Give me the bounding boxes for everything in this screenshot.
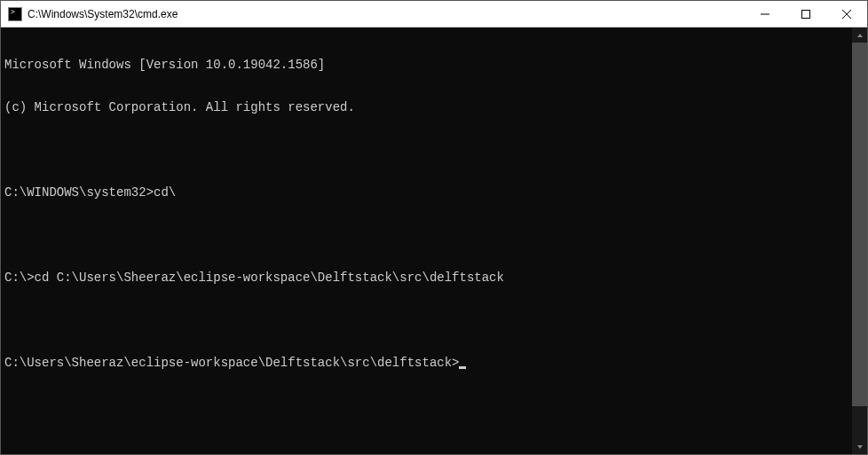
scroll-thumb[interactable] [852, 43, 867, 406]
terminal-line [4, 313, 848, 327]
vertical-scrollbar[interactable] [852, 27, 867, 454]
cmd-window: C:\Windows\System32\cmd.exe Microsoft Wi… [0, 0, 868, 455]
cmd-icon [8, 7, 22, 21]
minimize-button[interactable] [745, 1, 785, 27]
terminal-line [4, 228, 848, 242]
scroll-down-button[interactable] [852, 439, 867, 454]
terminal-prompt: C:\Users\Sheeraz\eclipse-workspace\Delft… [4, 356, 459, 370]
cursor [459, 366, 466, 369]
terminal-line [4, 143, 848, 157]
title-bar[interactable]: C:\Windows\System32\cmd.exe [1, 1, 867, 27]
chevron-up-icon [856, 32, 864, 39]
scroll-up-button[interactable] [852, 27, 867, 43]
close-icon [842, 10, 851, 19]
terminal-line: C:\>cd C:\Users\Sheeraz\eclipse-workspac… [4, 271, 848, 285]
terminal-content[interactable]: Microsoft Windows [Version 10.0.19042.15… [1, 27, 852, 454]
chevron-down-icon [856, 443, 864, 451]
window-controls [745, 1, 867, 27]
minimize-icon [761, 10, 769, 19]
svg-marker-5 [857, 445, 863, 449]
maximize-icon [801, 10, 810, 19]
terminal-line: Microsoft Windows [Version 10.0.19042.15… [4, 58, 848, 72]
svg-marker-4 [857, 34, 863, 37]
maximize-button[interactable] [785, 1, 826, 27]
terminal-line: (c) Microsoft Corporation. All rights re… [4, 100, 848, 114]
window-title: C:\Windows\System32\cmd.exe [28, 8, 745, 20]
terminal-area[interactable]: Microsoft Windows [Version 10.0.19042.15… [1, 27, 867, 454]
terminal-line: C:\WINDOWS\system32>cd\ [4, 185, 848, 200]
terminal-prompt-line: C:\Users\Sheeraz\eclipse-workspace\Delft… [4, 356, 848, 370]
close-button[interactable] [826, 1, 867, 27]
svg-rect-1 [802, 10, 810, 18]
